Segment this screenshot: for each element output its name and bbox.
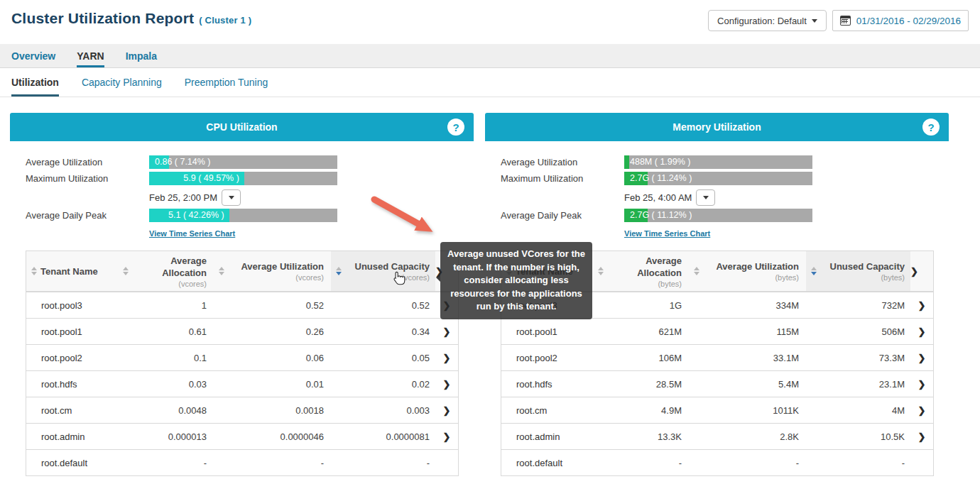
tenant-name-cell: root.pool1 [501, 326, 593, 337]
unused-capacity-cell: 0.0000081 [331, 431, 435, 442]
chevron-right-icon[interactable]: ❯ [910, 405, 933, 416]
caret-down-icon [812, 19, 817, 23]
report-title: Cluster Utilization Report [11, 10, 194, 26]
metric-row: Average Utilization 0.86 ( 7.14% ) [26, 155, 459, 169]
chevron-right-icon[interactable]: ❯ [910, 326, 933, 337]
bar-value-label: 5.9 ( 49.57% ) [183, 172, 244, 185]
bar-value-label: 5.1 ( 42.26% ) [168, 209, 229, 222]
unused-capacity-cell: 73.3M [806, 353, 910, 363]
unused-capacity-cell: 4M [806, 405, 910, 416]
memory-card-title: Memory Utilization [673, 121, 761, 133]
metric-label: Maximum Utilization [26, 173, 149, 184]
utilization-bar: 488M ( 1.99% ) [624, 155, 812, 169]
sort-icon[interactable] [811, 267, 817, 275]
chevron-right-icon[interactable]: ❯ [910, 353, 933, 363]
table-row: root.pool1 0.61 0.26 0.34 ❯ [26, 318, 458, 344]
column-header-unused-capacity[interactable]: Unused Capacity(vcores) [331, 251, 435, 291]
chevron-right-icon[interactable]: ❯ [435, 379, 458, 390]
metric-row: Maximum Utilization 5.9 ( 49.57% ) [26, 172, 459, 185]
unused-capacity-cell: 0.05 [331, 353, 435, 363]
unused-capacity-cell: 0.52 [331, 300, 435, 311]
average-allocation-cell: 0.1 [118, 353, 214, 363]
table-row: root.cm 0.0048 0.0018 0.003 ❯ [26, 397, 458, 423]
help-icon[interactable]: ? [447, 119, 464, 136]
column-header-average-utilization[interactable]: Average Utilization(vcores) [214, 251, 331, 291]
chevron-right-icon[interactable]: ❯ [910, 379, 933, 390]
subtab-capacity-planning[interactable]: Capacity Planning [82, 68, 162, 97]
tab-overview[interactable]: Overview [11, 44, 55, 67]
peak-time-label: Feb 25, 4:00 AM [624, 192, 692, 203]
table-row: root.pool3 1 0.52 0.52 ❯ [26, 292, 458, 318]
sort-icon[interactable] [598, 267, 604, 275]
chevron-right-icon[interactable]: ❯ [435, 405, 458, 416]
average-allocation-cell: 0.61 [118, 326, 214, 337]
utilization-bar: 2.7G ( 11.12% ) [624, 209, 812, 222]
table-row: root.default - - - ❯ [26, 449, 458, 475]
chevron-right-icon[interactable]: ❯ [435, 431, 458, 442]
average-allocation-cell: - [593, 458, 689, 468]
average-allocation-cell: 621M [593, 326, 689, 337]
column-header-tenant-name[interactable]: Tenant Name [26, 251, 118, 291]
column-header-average-allocation[interactable]: Average Allocation(bytes) [593, 251, 689, 291]
average-allocation-cell: 4.9M [593, 405, 689, 416]
caret-down-icon [229, 196, 234, 199]
memory-table-body: root.pool3 1G 334M 732M ❯ root.pool1 621… [501, 292, 933, 475]
cpu-card-header: CPU Utilization ? [10, 113, 474, 141]
subtab-utilization[interactable]: Utilization [11, 68, 59, 97]
table-row: root.pool2 0.1 0.06 0.05 ❯ [26, 344, 458, 370]
chevron-right-icon[interactable]: ❯ [435, 353, 458, 363]
sort-icon[interactable] [123, 267, 129, 275]
metric-label: Average Utilization [501, 157, 624, 167]
sort-icon[interactable] [31, 267, 37, 275]
average-allocation-cell: 0.03 [118, 379, 214, 390]
bar-value-label: 2.7G ( 11.24% ) [630, 172, 692, 185]
configuration-dropdown[interactable]: Configuration: Default [708, 10, 827, 31]
cpu-table-body: root.pool3 1 0.52 0.52 ❯ root.pool1 0.61… [26, 292, 458, 475]
peak-time-dropdown[interactable] [696, 189, 715, 206]
bar-value-label: 488M ( 1.99% ) [630, 155, 690, 169]
average-allocation-cell: 1 [118, 300, 214, 311]
average-utilization-cell: 2.8K [689, 431, 806, 442]
average-utilization-cell: 0.26 [214, 326, 331, 337]
tenant-name-cell: root.cm [501, 405, 593, 416]
date-range-picker[interactable]: 01/31/2016 - 02/29/2016 [832, 10, 969, 31]
sort-icon[interactable] [219, 267, 224, 275]
average-utilization-cell: 115M [689, 326, 806, 337]
tab-impala[interactable]: Impala [126, 44, 157, 67]
peak-time-row: Feb 25, 4:00 AM [624, 188, 934, 207]
column-header-average-allocation[interactable]: Average Allocation(vcores) [118, 251, 214, 291]
tenant-name-cell: root.admin [501, 431, 593, 442]
metric-label: Average Utilization [26, 157, 149, 167]
metric-row: Average Daily Peak 2.7G ( 11.12% ) [501, 209, 934, 222]
peak-time-dropdown[interactable] [222, 189, 241, 206]
column-header-unused-capacity[interactable]: Unused Capacity(bytes) [806, 251, 910, 291]
average-utilization-cell: 1011K [689, 405, 806, 416]
chevron-right-icon[interactable]: ❯ [910, 251, 933, 291]
chevron-right-icon[interactable]: ❯ [910, 431, 933, 442]
bar-value-label: 2.7G ( 11.12% ) [630, 209, 692, 222]
tenant-name-cell: root.pool2 [501, 353, 593, 363]
date-range-label: 01/31/2016 - 02/29/2016 [856, 16, 961, 26]
table-row: root.pool1 621M 115M 506M ❯ [501, 318, 933, 344]
unused-capacity-cell: 23.1M [806, 379, 910, 390]
tab-yarn[interactable]: YARN [77, 44, 104, 67]
unused-capacity-cell: 0.003 [331, 405, 435, 416]
cpu-card-title: CPU Utilization [206, 121, 277, 133]
chevron-right-icon[interactable]: ❯ [910, 300, 933, 311]
sort-icon[interactable] [336, 267, 342, 275]
column-header-average-utilization[interactable]: Average Utilization(bytes) [689, 251, 806, 291]
utilization-bar: 5.9 ( 49.57% ) [149, 172, 337, 185]
chevron-right-icon[interactable]: ❯ [435, 326, 458, 337]
average-utilization-cell: - [689, 458, 806, 468]
view-time-series-link[interactable]: View Time Series Chart [624, 229, 710, 238]
view-time-series-link[interactable]: View Time Series Chart [149, 229, 235, 238]
utilization-bar: 2.7G ( 11.24% ) [624, 172, 812, 185]
sort-icon[interactable] [694, 267, 699, 275]
table-row: root.hdfs 0.03 0.01 0.02 ❯ [26, 370, 458, 397]
help-icon[interactable]: ? [922, 119, 940, 136]
configuration-label: Configuration: Default [717, 16, 807, 26]
subtab-preemption-tuning[interactable]: Preemption Tuning [185, 68, 268, 97]
cluster-name: ( Cluster 1 ) [199, 15, 251, 26]
tenant-name-cell: root.pool3 [26, 300, 118, 311]
secondary-tabs: Utilization Capacity Planning Preemption… [0, 68, 980, 97]
